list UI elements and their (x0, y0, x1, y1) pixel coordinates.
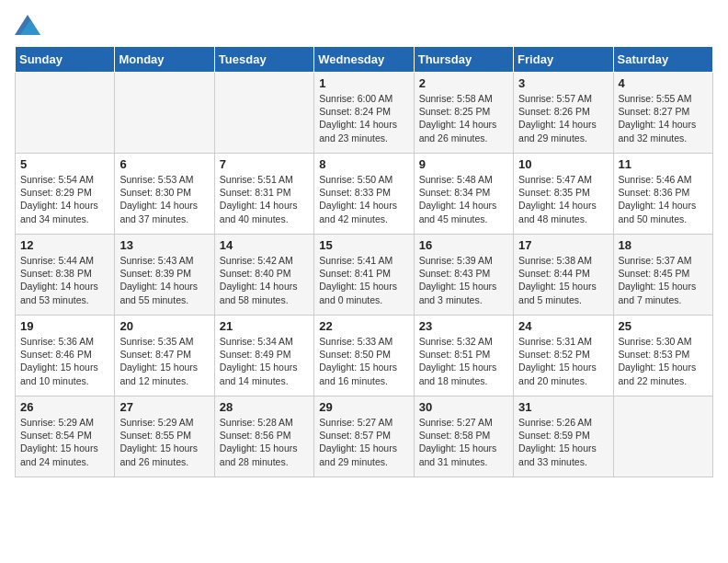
day-info: Sunrise: 6:00 AMSunset: 8:24 PMDaylight:… (319, 92, 408, 144)
calendar-cell: 31Sunrise: 5:26 AMSunset: 8:59 PMDayligh… (514, 396, 613, 477)
daylight-text: Daylight: 15 hours and 31 minutes. (419, 442, 508, 467)
day-info: Sunrise: 5:50 AMSunset: 8:33 PMDaylight:… (319, 173, 408, 225)
day-number: 29 (319, 400, 408, 414)
day-info: Sunrise: 5:58 AMSunset: 8:25 PMDaylight:… (419, 92, 508, 144)
daylight-text: Daylight: 14 hours and 48 minutes. (518, 199, 608, 224)
sunset-text: Sunset: 8:41 PM (319, 267, 408, 280)
calendar-cell (16, 73, 115, 154)
sunrise-text: Sunrise: 5:39 AM (419, 254, 508, 267)
sunset-text: Sunset: 8:53 PM (619, 348, 708, 361)
sunset-text: Sunset: 8:52 PM (518, 348, 608, 361)
sunrise-text: Sunrise: 5:41 AM (319, 254, 408, 267)
day-number: 19 (20, 319, 109, 333)
sunrise-text: Sunrise: 5:27 AM (319, 416, 408, 429)
calendar-cell: 7Sunrise: 5:51 AMSunset: 8:31 PMDaylight… (214, 154, 313, 235)
calendar-week-5: 26Sunrise: 5:29 AMSunset: 8:54 PMDayligh… (16, 396, 713, 477)
sunset-text: Sunset: 8:54 PM (20, 429, 109, 442)
day-number: 10 (518, 157, 608, 171)
day-number: 25 (619, 319, 708, 333)
daylight-text: Daylight: 14 hours and 40 minutes. (220, 199, 309, 224)
sunset-text: Sunset: 8:33 PM (319, 186, 408, 199)
calendar-week-1: 1Sunrise: 6:00 AMSunset: 8:24 PMDaylight… (16, 73, 713, 154)
calendar-cell: 27Sunrise: 5:29 AMSunset: 8:55 PMDayligh… (115, 396, 214, 477)
sunrise-text: Sunrise: 6:00 AM (319, 92, 408, 105)
sunset-text: Sunset: 8:44 PM (518, 267, 608, 280)
sunrise-text: Sunrise: 5:28 AM (220, 416, 309, 429)
daylight-text: Daylight: 15 hours and 14 minutes. (220, 361, 309, 386)
sunrise-text: Sunrise: 5:55 AM (619, 92, 708, 105)
day-number: 24 (518, 319, 608, 333)
daylight-text: Daylight: 15 hours and 22 minutes. (619, 361, 708, 386)
daylight-text: Daylight: 15 hours and 33 minutes. (518, 442, 608, 467)
day-info: Sunrise: 5:33 AMSunset: 8:50 PMDaylight:… (319, 335, 408, 387)
calendar-cell: 28Sunrise: 5:28 AMSunset: 8:56 PMDayligh… (214, 396, 313, 477)
sunset-text: Sunset: 8:50 PM (319, 348, 408, 361)
logo (15, 15, 44, 35)
calendar-cell: 10Sunrise: 5:47 AMSunset: 8:35 PMDayligh… (514, 154, 613, 235)
weekday-header-wednesday: Wednesday (314, 47, 414, 73)
daylight-text: Daylight: 15 hours and 20 minutes. (518, 361, 608, 386)
day-info: Sunrise: 5:39 AMSunset: 8:43 PMDaylight:… (419, 254, 508, 306)
sunrise-text: Sunrise: 5:33 AM (319, 335, 408, 348)
daylight-text: Daylight: 14 hours and 42 minutes. (319, 199, 408, 224)
day-info: Sunrise: 5:55 AMSunset: 8:27 PMDaylight:… (619, 92, 708, 144)
day-info: Sunrise: 5:38 AMSunset: 8:44 PMDaylight:… (518, 254, 608, 306)
calendar-cell: 6Sunrise: 5:53 AMSunset: 8:30 PMDaylight… (115, 154, 214, 235)
day-number: 31 (518, 400, 608, 414)
day-number: 2 (419, 76, 508, 90)
sunset-text: Sunset: 8:25 PM (419, 105, 508, 118)
sunset-text: Sunset: 8:55 PM (119, 429, 209, 442)
sunrise-text: Sunrise: 5:26 AM (518, 416, 608, 429)
day-number: 9 (419, 157, 508, 171)
calendar-week-3: 12Sunrise: 5:44 AMSunset: 8:38 PMDayligh… (16, 235, 713, 316)
sunset-text: Sunset: 8:38 PM (20, 267, 109, 280)
daylight-text: Daylight: 14 hours and 45 minutes. (419, 199, 508, 224)
daylight-text: Daylight: 15 hours and 0 minutes. (319, 280, 408, 305)
calendar-cell: 16Sunrise: 5:39 AMSunset: 8:43 PMDayligh… (414, 235, 513, 316)
calendar-cell: 25Sunrise: 5:30 AMSunset: 8:53 PMDayligh… (613, 316, 712, 396)
sunset-text: Sunset: 8:59 PM (518, 429, 608, 442)
daylight-text: Daylight: 14 hours and 32 minutes. (619, 118, 708, 144)
day-number: 14 (220, 238, 309, 252)
day-number: 1 (319, 76, 408, 90)
calendar-cell: 18Sunrise: 5:37 AMSunset: 8:45 PMDayligh… (613, 235, 712, 316)
calendar-cell: 8Sunrise: 5:50 AMSunset: 8:33 PMDaylight… (314, 154, 414, 235)
day-info: Sunrise: 5:35 AMSunset: 8:47 PMDaylight:… (119, 335, 209, 387)
sunset-text: Sunset: 8:45 PM (619, 267, 708, 280)
day-info: Sunrise: 5:29 AMSunset: 8:55 PMDaylight:… (119, 416, 209, 468)
daylight-text: Daylight: 15 hours and 29 minutes. (319, 442, 408, 467)
day-info: Sunrise: 5:29 AMSunset: 8:54 PMDaylight:… (20, 416, 109, 468)
sunrise-text: Sunrise: 5:47 AM (518, 173, 608, 186)
calendar-cell: 3Sunrise: 5:57 AMSunset: 8:26 PMDaylight… (514, 73, 613, 154)
sunset-text: Sunset: 8:51 PM (419, 348, 508, 361)
day-number: 11 (619, 157, 708, 171)
day-info: Sunrise: 5:37 AMSunset: 8:45 PMDaylight:… (619, 254, 708, 306)
daylight-text: Daylight: 15 hours and 12 minutes. (119, 361, 209, 386)
day-number: 17 (518, 238, 608, 252)
sunset-text: Sunset: 8:39 PM (119, 267, 209, 280)
day-info: Sunrise: 5:34 AMSunset: 8:49 PMDaylight:… (220, 335, 309, 387)
calendar-cell (115, 73, 214, 154)
day-info: Sunrise: 5:32 AMSunset: 8:51 PMDaylight:… (419, 335, 508, 387)
day-info: Sunrise: 5:43 AMSunset: 8:39 PMDaylight:… (119, 254, 209, 306)
daylight-text: Daylight: 14 hours and 58 minutes. (220, 280, 309, 305)
daylight-text: Daylight: 14 hours and 37 minutes. (119, 199, 209, 224)
calendar-cell: 17Sunrise: 5:38 AMSunset: 8:44 PMDayligh… (514, 235, 613, 316)
calendar-table: SundayMondayTuesdayWednesdayThursdayFrid… (15, 46, 713, 477)
day-number: 5 (20, 157, 109, 171)
calendar-cell: 12Sunrise: 5:44 AMSunset: 8:38 PMDayligh… (16, 235, 115, 316)
calendar-week-4: 19Sunrise: 5:36 AMSunset: 8:46 PMDayligh… (16, 316, 713, 396)
sunrise-text: Sunrise: 5:38 AM (518, 254, 608, 267)
day-number: 12 (20, 238, 109, 252)
sunset-text: Sunset: 8:40 PM (220, 267, 309, 280)
sunrise-text: Sunrise: 5:58 AM (419, 92, 508, 105)
calendar-cell: 14Sunrise: 5:42 AMSunset: 8:40 PMDayligh… (214, 235, 313, 316)
daylight-text: Daylight: 14 hours and 23 minutes. (319, 118, 408, 144)
sunrise-text: Sunrise: 5:34 AM (220, 335, 309, 348)
sunrise-text: Sunrise: 5:44 AM (20, 254, 109, 267)
day-number: 27 (119, 400, 209, 414)
day-info: Sunrise: 5:26 AMSunset: 8:59 PMDaylight:… (518, 416, 608, 468)
calendar-week-2: 5Sunrise: 5:54 AMSunset: 8:29 PMDaylight… (16, 154, 713, 235)
day-number: 4 (619, 76, 708, 90)
sunrise-text: Sunrise: 5:27 AM (419, 416, 508, 429)
